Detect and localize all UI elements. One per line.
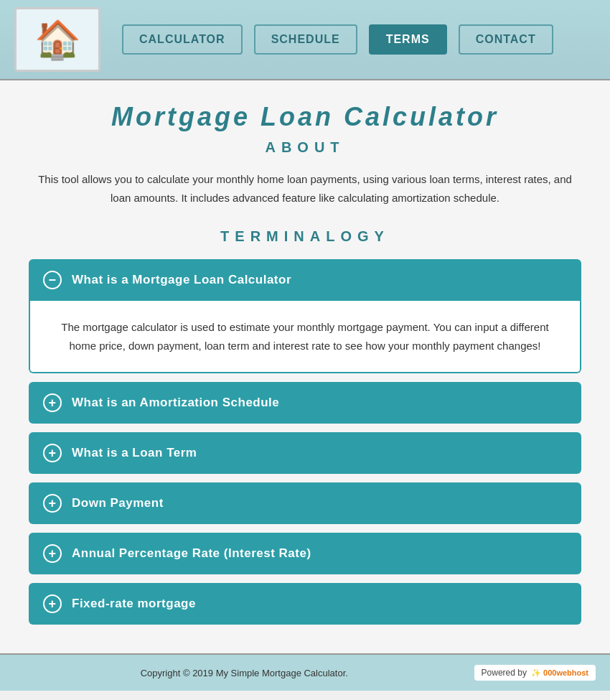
nav-schedule[interactable]: SCHEDULE <box>254 24 357 55</box>
accordion-body-1: The mortgage calculator is used to estim… <box>29 301 581 373</box>
accordion-label-4: Down Payment <box>72 496 164 510</box>
accordion-item-3: + What is a Loan Term <box>29 432 581 474</box>
accordion-icon-3: + <box>43 444 62 462</box>
nav-calculator[interactable]: CALCULATOR <box>122 24 243 55</box>
main-nav: CALCULATOR SCHEDULE TERMS CONTACT <box>122 24 553 55</box>
accordion-header-5[interactable]: + Annual Percentage Rate (Interest Rate) <box>29 533 581 574</box>
accordion-header-6[interactable]: + Fixed-rate mortgage <box>29 583 581 625</box>
accordion-icon-5: + <box>43 544 62 563</box>
nav-contact[interactable]: CONTACT <box>459 24 553 55</box>
terminology-title: TERMINALOGY <box>29 228 581 245</box>
site-footer: Copyright © 2019 My Simple Mortgage Calc… <box>0 653 610 691</box>
about-text: This tool allows you to calculate your m… <box>36 170 574 207</box>
accordion-item-1: − What is a Mortgage Loan Calculator The… <box>29 259 581 373</box>
accordion-item-2: + What is an Amortization Schedule <box>29 382 581 424</box>
accordion-item-4: + Down Payment <box>29 482 581 524</box>
page-title: Mortgage Loan Calculator <box>29 102 581 132</box>
accordion-label-1: What is a Mortgage Loan Calculator <box>72 273 291 287</box>
accordion-label-5: Annual Percentage Rate (Interest Rate) <box>72 546 311 561</box>
house-icon: 🏠 <box>34 21 81 58</box>
accordion-icon-4: + <box>43 494 62 513</box>
accordion-label-6: Fixed-rate mortgage <box>72 597 196 611</box>
footer-powered: Powered by ✨ 000webhost <box>474 665 596 681</box>
logo: 🏠 <box>14 7 100 72</box>
main-content: Mortgage Loan Calculator ABOUT This tool… <box>0 80 610 653</box>
accordion-header-1[interactable]: − What is a Mortgage Loan Calculator <box>29 259 581 301</box>
accordion-label-3: What is a Loan Term <box>72 446 197 460</box>
accordion-header-3[interactable]: + What is a Loan Term <box>29 432 581 474</box>
accordion-item-6: + Fixed-rate mortgage <box>29 583 581 625</box>
nav-terms[interactable]: TERMS <box>369 24 447 55</box>
accordion-text-1: The mortgage calculator is used to estim… <box>52 318 558 355</box>
accordion-header-2[interactable]: + What is an Amortization Schedule <box>29 382 581 424</box>
about-subtitle: ABOUT <box>29 139 581 156</box>
footer-copyright: Copyright © 2019 My Simple Mortgage Calc… <box>14 668 474 678</box>
site-header: 🏠 CALCULATOR SCHEDULE TERMS CONTACT <box>0 0 610 80</box>
webhost-logo: ✨ 000webhost <box>531 668 588 678</box>
accordion-icon-6: + <box>43 594 62 613</box>
accordion: − What is a Mortgage Loan Calculator The… <box>29 259 581 625</box>
accordion-label-2: What is an Amortization Schedule <box>72 396 279 410</box>
accordion-icon-2: + <box>43 393 62 412</box>
powered-label: Powered by <box>482 668 527 678</box>
accordion-icon-1: − <box>43 271 62 289</box>
accordion-item-5: + Annual Percentage Rate (Interest Rate) <box>29 533 581 574</box>
accordion-header-4[interactable]: + Down Payment <box>29 482 581 524</box>
